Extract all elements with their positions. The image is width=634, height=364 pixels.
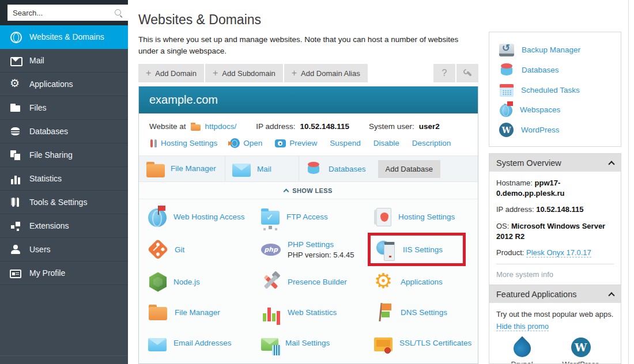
description-link[interactable]: Description (412, 139, 451, 147)
app-wordpress[interactable]: WordPress (563, 338, 599, 364)
quick-link-wordpress[interactable]: WordPress (489, 120, 621, 140)
feature-label: Hosting Settings (398, 213, 455, 221)
git-icon (148, 239, 169, 260)
sidebar-item-mail[interactable]: Mail (0, 49, 128, 73)
database-icon (10, 126, 21, 137)
sidebar-item-websites-domains[interactable]: Websites & Domains (0, 25, 128, 49)
feature-git[interactable]: Git (147, 232, 260, 267)
system-overview-header[interactable]: System Overview (489, 154, 621, 172)
feature-file-manager[interactable]: File Manager (147, 297, 260, 328)
gear-icon (374, 272, 394, 292)
show-less-toggle[interactable]: SHOW LESS (139, 182, 478, 199)
feature-label: IIS Settings (403, 245, 443, 254)
mail-settings-icon (261, 338, 278, 351)
system-overview-body: Hostname: ppw17-0.demo.pp.plesk.ru IP ad… (489, 172, 621, 286)
feature-email-addresses[interactable]: Email Addresses (147, 328, 260, 358)
feature-hosting-settings[interactable]: Hosting Settings (373, 202, 478, 232)
collapse-icon[interactable] (608, 292, 614, 298)
add-database-button[interactable]: Add Database (378, 160, 440, 178)
sidebar-item-tools-settings[interactable]: Tools & Settings (0, 191, 128, 214)
sidebar-item-applications[interactable]: Applications (0, 73, 128, 96)
domain-name: example.com (149, 93, 218, 107)
domain-info-line: Website at httpdocs/ IP address: 10.52.1… (149, 122, 467, 131)
backup-manager-icon (499, 44, 514, 56)
dns-settings-icon (374, 303, 394, 323)
help-button[interactable]: ? (433, 64, 455, 82)
feature-ssl-certificates[interactable]: SSL/TLS Certificates (373, 328, 478, 358)
quick-link-scheduled-tasks[interactable]: Scheduled Tasks (489, 80, 621, 100)
search-box[interactable] (7, 5, 128, 21)
add-subdomain-button[interactable]: + Add Subdomain (205, 64, 283, 82)
tools-icon (10, 196, 21, 208)
feature-label: Mail Settings (285, 339, 330, 347)
hostname-label: Hostname: (496, 179, 533, 187)
button-label: Add Domain (155, 69, 197, 78)
button-label: Add Domain Alias (301, 69, 360, 78)
collapse-icon[interactable] (608, 161, 614, 167)
more-system-info-link[interactable]: More system info (496, 270, 553, 279)
quick-link-label: Scheduled Tasks (521, 86, 580, 94)
shortcut-label: Databases (329, 165, 366, 173)
feature-mail-settings[interactable]: Mail Settings (260, 328, 373, 358)
quick-link-webspaces[interactable]: Webspaces (489, 100, 621, 120)
disable-link[interactable]: Disable (373, 139, 399, 147)
mail-shortcut[interactable]: Mail (225, 156, 299, 181)
add-domain-alias-button[interactable]: + Add Domain Alias (284, 64, 368, 82)
sidebar-item-extensions[interactable]: Extensions (0, 214, 128, 238)
feature-nodejs[interactable]: Node.js (147, 267, 260, 297)
featured-applications-body: Try out the most popular web apps. Hide … (489, 303, 621, 364)
quick-link-databases[interactable]: Databases (489, 59, 621, 80)
sidebar-item-file-sharing[interactable]: File Sharing (0, 143, 128, 167)
add-domain-button[interactable]: + Add Domain (138, 64, 204, 82)
ip-label: IP address: (496, 205, 534, 214)
search-input[interactable] (13, 9, 114, 17)
action-label: Preview (289, 139, 317, 147)
feature-php-settings[interactable]: PHP Settings PHP version: 5.4.45 (260, 232, 373, 267)
sidebar-item-files[interactable]: Files (0, 96, 128, 120)
feature-ftp-access[interactable]: FTP Access (260, 202, 373, 232)
id-card-icon (10, 270, 21, 278)
hide-promo-link[interactable]: Hide this promo (496, 322, 549, 331)
nodejs-icon (149, 272, 167, 292)
domain-card: example.com Website at httpdocs/ IP addr… (138, 86, 478, 364)
calendar-icon (500, 84, 514, 97)
docroot-link[interactable]: httpdocs/ (205, 122, 237, 131)
file-manager-shortcut[interactable]: File Manager (139, 156, 225, 181)
tools-icon (149, 139, 157, 148)
feature-presence-builder[interactable]: Presence Builder (260, 267, 373, 297)
action-label: Hosting Settings (161, 139, 217, 147)
sidebar-item-databases[interactable]: Databases (0, 120, 128, 143)
product-version-link[interactable]: Plesk Onyx 17.0.17 (526, 248, 591, 257)
app-label: Drupal (511, 360, 533, 364)
open-link[interactable]: Open (230, 138, 262, 148)
feature-label: Web Hosting Access (173, 213, 245, 221)
app-drupal[interactable]: Drupal (511, 338, 533, 364)
feature-iis-settings-highlighted[interactable]: IIS Settings (371, 236, 463, 263)
featured-applications-panel: Featured Applications Try out the most p… (489, 285, 621, 364)
question-mark-icon: ? (442, 68, 447, 78)
domain-card-header: example.com (139, 86, 478, 113)
sidebar-item-label: File Sharing (29, 150, 73, 160)
suspend-link[interactable]: Suspend (330, 139, 360, 147)
plus-icon: + (213, 69, 218, 78)
preview-link[interactable]: Preview (275, 139, 317, 147)
databases-shortcut[interactable]: Databases Add Database (299, 156, 478, 181)
folder-icon (191, 123, 201, 131)
feature-applications[interactable]: Applications (373, 267, 478, 297)
sidebar-item-statistics[interactable]: Statistics (0, 167, 128, 191)
feature-web-statistics[interactable]: Web Statistics (260, 297, 373, 328)
feature-web-hosting-access[interactable]: Web Hosting Access (147, 202, 260, 232)
featured-applications-header[interactable]: Featured Applications (489, 285, 621, 303)
quick-link-backup-manager[interactable]: Backup Manager (489, 40, 621, 59)
sidebar-item-users[interactable]: Users (0, 238, 128, 261)
feature-dns-settings[interactable]: DNS Settings (373, 297, 478, 328)
sidebar-item-my-profile[interactable]: My Profile (0, 261, 128, 285)
scrollbar-track[interactable] (628, 0, 629, 364)
hosting-settings-link[interactable]: Hosting Settings (149, 139, 217, 148)
change-view-button[interactable]: Change View (0, 355, 128, 364)
shortcut-band: File Manager Mail Databases Add Database (139, 156, 478, 182)
quick-link-label: Backup Manager (522, 46, 580, 54)
sidebar-item-label: Users (29, 245, 51, 254)
sidebar-item-label: Applications (29, 79, 73, 89)
settings-button[interactable] (456, 64, 478, 82)
